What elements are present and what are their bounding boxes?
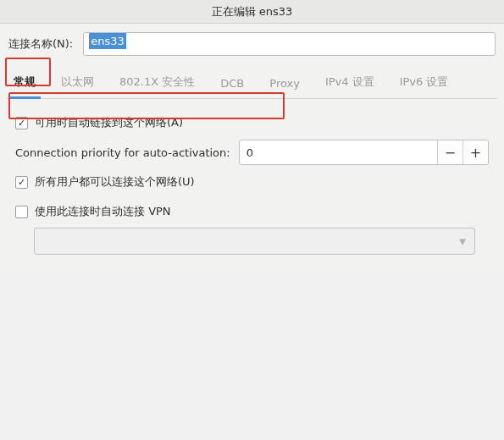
auto-vpn-checkbox[interactable] xyxy=(15,206,28,218)
tab-8021x[interactable]: 802.1X 安全性 xyxy=(114,68,200,98)
all-users-checkbox[interactable] xyxy=(15,176,28,189)
window-titlebar: 正在编辑 ens33 xyxy=(0,0,504,24)
vpn-select: ▼ xyxy=(34,228,475,255)
auto-connect-label: 可用时自动链接到这个网络(A) xyxy=(35,115,183,130)
auto-connect-checkbox[interactable] xyxy=(15,117,28,129)
priority-decrement-button[interactable]: − xyxy=(437,140,462,164)
priority-increment-button[interactable]: + xyxy=(462,140,488,164)
tab-general[interactable]: 常规 xyxy=(8,68,41,98)
priority-label: Connection priority for auto-activation: xyxy=(15,146,230,159)
general-tab-content: 可用时自动链接到这个网络(A) Connection priority for … xyxy=(0,99,504,272)
tab-ethernet[interactable]: 以太网 xyxy=(56,68,99,98)
window-title: 正在编辑 ens33 xyxy=(212,4,293,19)
all-users-row: 所有用户都可以连接这个网络(U) xyxy=(10,170,494,194)
tab-proxy[interactable]: Proxy xyxy=(264,70,305,98)
auto-connect-row: 可用时自动链接到这个网络(A) xyxy=(10,111,494,135)
connection-name-input[interactable]: ens33 xyxy=(83,32,496,56)
tab-dcb[interactable]: DCB xyxy=(215,70,249,98)
priority-row: Connection priority for auto-activation:… xyxy=(10,135,494,170)
auto-vpn-label: 使用此连接时自动连接 VPN xyxy=(35,204,171,219)
priority-value[interactable]: 0 xyxy=(240,140,437,164)
priority-spinner[interactable]: 0 − + xyxy=(239,140,489,165)
chevron-down-icon: ▼ xyxy=(459,237,466,246)
auto-vpn-row: 使用此连接时自动连接 VPN xyxy=(10,194,494,223)
connection-name-label: 连接名称(N): xyxy=(8,36,73,52)
tab-ipv6[interactable]: IPv6 设置 xyxy=(395,68,454,98)
connection-name-value: ens33 xyxy=(89,33,126,49)
all-users-label: 所有用户都可以连接这个网络(U) xyxy=(35,174,195,190)
tab-ipv4[interactable]: IPv4 设置 xyxy=(320,68,379,98)
tab-bar: 常规 以太网 802.1X 安全性 DCB Proxy IPv4 设置 IPv6… xyxy=(7,63,497,99)
